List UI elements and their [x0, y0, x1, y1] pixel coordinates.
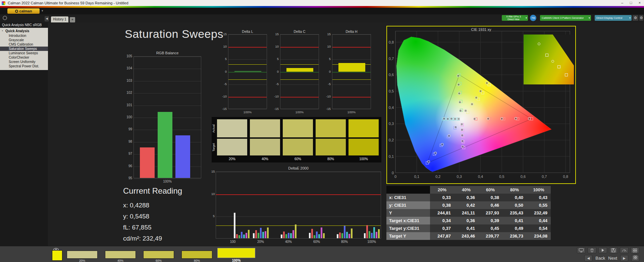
sidebar-item-colorchecker[interactable]: ColorChecker [0, 55, 48, 60]
deltae-ytick: 15 [211, 170, 215, 173]
options-gear-icon[interactable]: ⚙ [639, 15, 643, 21]
collapse-sidebar-button[interactable]: ◀ [45, 16, 49, 21]
trash-icon[interactable] [588, 247, 596, 253]
meter-button[interactable]: X-Rite i1Pro 3 Direct View ▾ [502, 15, 528, 21]
workflow-tree: ▪ Quick Analysis IntroductionGrayscaleCM… [0, 28, 48, 70]
close-button[interactable]: × [635, 0, 644, 6]
chevron-down-icon[interactable]: ▾ [42, 9, 43, 12]
measured-point-marker [551, 60, 554, 63]
filmstrip-thumb-80%[interactable] [181, 251, 212, 259]
display-monitor-icon[interactable] [577, 247, 586, 253]
table-cell: 236,73 [502, 232, 527, 240]
magenta-measured-marker [461, 129, 463, 131]
gauge-icon[interactable] [620, 247, 629, 253]
deltae-bar [341, 233, 343, 238]
next-arrow-icon[interactable]: ▶ [620, 255, 628, 261]
back-button[interactable]: Back [595, 256, 605, 261]
deltae-ytick: 10 [211, 192, 215, 196]
pattern-generator-button[interactable]: CalMAN Client 3 Pattern Generator ▾ [540, 15, 591, 21]
meter-badge[interactable]: 756 [530, 15, 536, 21]
pattern-generator-label: CalMAN Client 3 Pattern Generator [540, 16, 588, 19]
rgb-ytick: 98 [121, 140, 132, 143]
table-col-header: 20% [430, 186, 454, 194]
calman-logo[interactable]: calman [7, 8, 40, 14]
filmstrip-thumb-100%[interactable] [217, 248, 255, 258]
delta-c-plot [280, 34, 319, 109]
table-cell: 0,42 [454, 201, 478, 209]
grid-view-icon[interactable] [631, 255, 639, 261]
deltae-bar [344, 226, 345, 238]
delta-ytick: 0 [323, 70, 331, 73]
add-tab-button[interactable]: + [70, 17, 75, 22]
filmstrip-thumb-20%[interactable] [67, 251, 98, 259]
yellow-measured-marker [471, 103, 473, 105]
table-col-header: 100% [527, 186, 551, 194]
svg-text:0,3: 0,3 [457, 175, 462, 179]
deltae-bar [369, 231, 370, 238]
rgb-gridline [134, 69, 201, 69]
red-measured-marker [501, 118, 503, 120]
display-control-button[interactable]: Direct Display Control ▾ [595, 15, 632, 21]
table-cell: 244,81 [430, 209, 454, 217]
back-arrow-icon[interactable]: ◀ [584, 255, 592, 261]
green-measured-marker [458, 83, 460, 86]
blue-measured-marker [434, 152, 437, 154]
sidebar-item-cms-calibration[interactable]: CMS Calibration [0, 42, 48, 47]
green-measured-marker [459, 101, 461, 104]
sidebar-item-grayscale[interactable]: Grayscale [0, 38, 48, 42]
delta-gridline [332, 59, 371, 60]
magenta-measured-marker [461, 134, 464, 136]
sidebar-item-spectral-power-dist-[interactable]: Spectral Power Dist. [0, 64, 48, 68]
sidebar-item-luminance-sweeps[interactable]: Luminance Sweeps [0, 51, 48, 55]
sidebar-item-saturation-sweeps[interactable]: Saturation Sweeps [0, 47, 48, 51]
display-control-label: Direct Display Control [595, 16, 626, 19]
delta-ytick: -10 [323, 94, 331, 98]
deltae-bar [262, 232, 264, 238]
record-icon[interactable] [3, 16, 7, 20]
tree-expander-icon[interactable]: ▪ [2, 29, 3, 32]
page-title: Saturation Sweeps [125, 27, 223, 41]
deltae-bar [246, 233, 247, 238]
deltae-bar [318, 234, 320, 238]
cyan-measured-marker [458, 118, 460, 120]
delta-ytick: 10 [271, 45, 279, 48]
sidebar-item-introduction[interactable]: Introduction [0, 34, 48, 38]
sidebar-root-quick-analysis[interactable]: ▪ Quick Analysis [0, 29, 48, 34]
filmstrip-thumb-60%[interactable] [143, 251, 174, 259]
rgb-balance-chart: RGB Balance 100% 10510410310210110099989… [121, 51, 205, 186]
maximize-button[interactable]: □ [627, 0, 635, 6]
save-icon[interactable] [609, 247, 618, 253]
deltae-bar [295, 224, 297, 238]
delta-h-xlabel: 100% [332, 110, 371, 114]
play-icon[interactable] [598, 247, 607, 253]
filmstrip-thumb-label: 100% [217, 259, 255, 262]
next-button[interactable]: Next [608, 256, 617, 261]
menu-bar: calman ▾ [0, 8, 644, 14]
delta-h-plot [332, 34, 371, 109]
rgb-ytick: 99 [121, 127, 132, 131]
sidebar-item-screen-uniformity[interactable]: Screen Uniformity [0, 60, 48, 64]
svg-text:0,8: 0,8 [389, 40, 394, 44]
delta-gridline [332, 84, 371, 85]
pattern-window-icon[interactable] [631, 247, 639, 253]
target-point-marker [545, 54, 548, 57]
rgb-ytick: 105 [121, 54, 132, 58]
minimize-button[interactable]: – [618, 0, 627, 6]
active-pattern-preview[interactable] [52, 250, 62, 261]
swatch-col-label: 100% [348, 157, 379, 161]
target-swatch-100% [348, 139, 379, 155]
settings-gear-icon[interactable]: ⚙ [633, 15, 638, 21]
table-cell: 234,08 [527, 232, 551, 240]
svg-text:0,3: 0,3 [389, 122, 394, 126]
delta-ytick: 15 [323, 32, 331, 36]
rgb-balance-plot [133, 56, 201, 178]
table-cell: 243,46 [454, 232, 478, 240]
yellow-measured-marker [486, 82, 488, 84]
green-measured-marker [457, 75, 460, 77]
tab-history-1[interactable]: History 1 [51, 16, 68, 22]
deltae-xlabel: 100 [225, 240, 240, 244]
delta-gridline [228, 109, 267, 110]
filmstrip-thumb-40%[interactable] [105, 251, 136, 259]
rgb-ytick: 103 [121, 79, 132, 82]
deltae-ytick: 5 [211, 214, 215, 218]
